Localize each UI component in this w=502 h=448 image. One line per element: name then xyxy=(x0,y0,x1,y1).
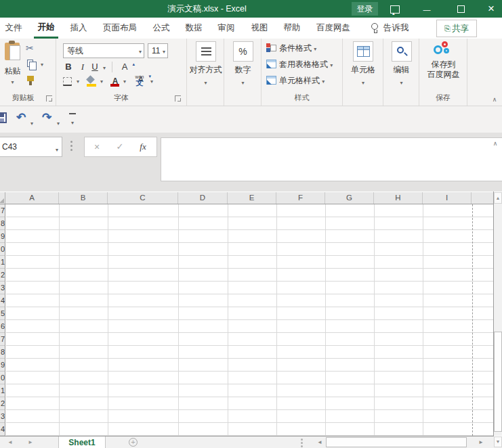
italic-button[interactable]: I xyxy=(78,61,87,73)
tab-baidu-netdisk[interactable]: 百度网盘 xyxy=(312,18,354,39)
row-header[interactable]: 1 xyxy=(0,384,5,397)
row-header[interactable]: 5 xyxy=(0,307,5,320)
row-header[interactable]: 1 xyxy=(0,256,5,269)
fill-color-icon[interactable] xyxy=(87,76,96,83)
row-header[interactable]: 3 xyxy=(0,410,5,423)
namebox-resize-handle[interactable] xyxy=(70,141,73,153)
row-header[interactable]: 7 xyxy=(0,204,5,217)
name-box[interactable]: C43 xyxy=(0,137,62,157)
save-icon[interactable] xyxy=(0,112,7,123)
row-header[interactable]: 8 xyxy=(0,346,5,359)
sheet-nav-prev-icon[interactable] xyxy=(5,438,15,447)
undo-dropdown[interactable] xyxy=(30,116,33,128)
row-header[interactable]: 4 xyxy=(0,294,5,307)
font-size-combo[interactable]: 11 xyxy=(148,43,168,58)
phonetic-dropdown[interactable] xyxy=(148,74,155,87)
row-header[interactable]: 9 xyxy=(0,359,5,372)
row-header[interactable]: 0 xyxy=(0,372,5,384)
font-size-dropdown-icon[interactable] xyxy=(163,44,165,59)
number-button[interactable]: % 数字 xyxy=(224,41,262,87)
column-header-C[interactable]: C xyxy=(108,192,178,204)
row-header[interactable]: 8 xyxy=(0,217,5,230)
copy-dropdown[interactable] xyxy=(41,59,43,68)
cell-styles-button[interactable]: 单元格样式 xyxy=(266,75,325,86)
cancel-icon[interactable] xyxy=(86,137,108,156)
enter-icon[interactable] xyxy=(109,137,131,156)
scroll-left-icon[interactable] xyxy=(315,438,325,447)
vertical-scrollbar-thumb[interactable] xyxy=(494,332,502,432)
borders-dropdown[interactable] xyxy=(75,74,81,87)
column-header-E[interactable]: E xyxy=(228,192,276,204)
font-color-bar[interactable] xyxy=(110,84,119,87)
collapse-ribbon-icon[interactable] xyxy=(490,95,499,104)
row-header[interactable]: 0 xyxy=(0,243,5,256)
font-name-combo[interactable]: 等线 xyxy=(63,43,144,58)
format-painter-button[interactable] xyxy=(26,74,56,87)
column-header-F[interactable]: F xyxy=(276,192,325,204)
conditional-formatting-dropdown[interactable] xyxy=(314,43,316,53)
editing-button[interactable]: 编辑 xyxy=(383,41,419,87)
row-header[interactable]: 2 xyxy=(0,269,5,282)
tab-view[interactable]: 视图 xyxy=(247,18,272,39)
row-header[interactable]: 6 xyxy=(0,320,5,333)
alignment-dropdown[interactable] xyxy=(187,77,224,87)
save-to-baidu-button[interactable]: 保存到 百度网盘 xyxy=(419,41,467,80)
tab-page-layout[interactable]: 页面布局 xyxy=(99,18,141,39)
column-header-G[interactable]: G xyxy=(325,192,374,204)
paste-button[interactable]: 粘贴 xyxy=(0,41,25,90)
collapse-formula-bar-icon[interactable] xyxy=(490,139,500,148)
spreadsheet-grid[interactable] xyxy=(6,204,493,436)
font-name-dropdown-icon[interactable] xyxy=(139,44,142,59)
scroll-down-icon[interactable] xyxy=(494,436,502,447)
column-header-H[interactable]: H xyxy=(374,192,423,204)
bold-button[interactable]: B xyxy=(63,61,74,73)
redo-dropdown[interactable] xyxy=(57,116,60,128)
tab-file[interactable]: 文件 xyxy=(0,18,27,39)
sign-in-button[interactable]: 登录 xyxy=(352,2,378,16)
scroll-up-icon[interactable] xyxy=(494,192,502,204)
scroll-right-icon[interactable] xyxy=(476,438,486,447)
sheet-nav-next-icon[interactable] xyxy=(26,438,35,447)
paste-dropdown[interactable] xyxy=(0,76,25,86)
close-button[interactable] xyxy=(481,0,501,18)
format-as-table-dropdown[interactable] xyxy=(330,60,333,69)
ribbon-display-options-icon[interactable] xyxy=(384,0,404,18)
tab-insert[interactable]: 插入 xyxy=(66,18,91,39)
cut-button[interactable] xyxy=(26,43,56,56)
share-button[interactable]: 共享 xyxy=(436,20,477,37)
add-sheet-icon[interactable] xyxy=(129,438,138,447)
minimize-button[interactable] xyxy=(417,0,437,18)
number-dropdown[interactable] xyxy=(224,77,262,87)
row-header[interactable]: 3 xyxy=(0,282,5,294)
undo-button[interactable] xyxy=(16,110,26,125)
underline-dropdown[interactable] xyxy=(101,61,108,73)
sheet-tab-sheet1[interactable]: Sheet1 xyxy=(58,436,106,448)
redo-button[interactable] xyxy=(42,110,51,125)
insert-function-button[interactable]: fx xyxy=(132,137,154,156)
cell-styles-dropdown[interactable] xyxy=(322,76,325,85)
cells-dropdown[interactable] xyxy=(343,77,383,87)
row-header[interactable]: 4 xyxy=(0,423,5,436)
maximize-button[interactable] xyxy=(451,0,471,18)
fill-color-bar[interactable] xyxy=(87,84,96,87)
format-as-table-button[interactable]: 套用表格格式 xyxy=(266,59,333,70)
increase-font-size-button[interactable]: A▴ xyxy=(119,61,131,73)
borders-button[interactable] xyxy=(63,77,72,86)
horizontal-scrollbar-thumb[interactable] xyxy=(326,437,467,447)
column-header-partial[interactable] xyxy=(472,192,493,204)
tab-help[interactable]: 帮助 xyxy=(280,18,304,39)
tab-review[interactable]: 审阅 xyxy=(214,18,238,39)
tell-me[interactable]: 告诉我 xyxy=(383,18,409,39)
underline-button[interactable]: U xyxy=(90,61,100,73)
column-header-I[interactable]: I xyxy=(423,192,472,204)
tab-home[interactable]: 开始 xyxy=(34,18,58,39)
row-header[interactable]: 2 xyxy=(0,397,5,410)
row-header[interactable]: 9 xyxy=(0,230,5,243)
tab-data[interactable]: 数据 xyxy=(182,18,206,39)
tabbar-resize-handle[interactable] xyxy=(301,439,304,448)
row-header[interactable]: 7 xyxy=(0,333,5,346)
customize-qat-icon[interactable] xyxy=(69,113,76,127)
fill-color-dropdown[interactable] xyxy=(98,74,105,87)
editing-dropdown[interactable] xyxy=(383,77,419,87)
alignment-button[interactable]: 对齐方式 xyxy=(187,41,224,87)
